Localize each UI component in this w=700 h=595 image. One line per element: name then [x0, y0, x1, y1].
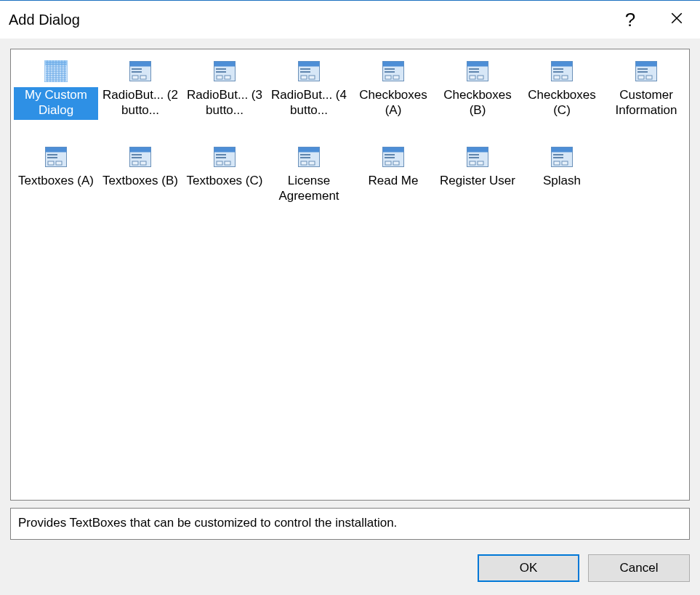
dialog-item-icon	[463, 58, 492, 84]
svg-rect-46	[469, 71, 479, 73]
svg-rect-52	[553, 71, 563, 73]
svg-rect-82	[300, 157, 310, 158]
dialog-icon	[129, 147, 151, 167]
svg-rect-80	[299, 147, 320, 153]
dialog-list-item[interactable]: Splash	[520, 139, 604, 221]
dialog-item-label: Register User	[438, 173, 518, 188]
dialog-icon	[214, 61, 236, 81]
dialog-item-label: Read Me	[366, 173, 421, 188]
svg-rect-45	[469, 68, 479, 70]
svg-rect-81	[300, 154, 310, 155]
dialog-item-label: Textboxes (B)	[100, 173, 180, 188]
svg-rect-87	[385, 154, 395, 155]
dialog-item-label: Checkboxes (C)	[520, 87, 604, 118]
svg-rect-58	[637, 71, 648, 73]
dialog-icon	[298, 61, 320, 81]
dialog-list-item[interactable]: Read Me	[351, 139, 435, 221]
dialog-item-icon	[41, 144, 71, 170]
dialog-icon	[467, 147, 488, 167]
svg-rect-44	[467, 62, 488, 67]
dialog-list-item[interactable]: Checkboxes (A)	[351, 54, 435, 135]
dialog-icon	[129, 61, 151, 81]
help-button[interactable]: ?	[607, 1, 653, 39]
add-dialog-window: Add Dialog ?	[0, 0, 700, 595]
dialog-item-label: License Agreement	[267, 173, 351, 204]
svg-rect-39	[385, 68, 395, 70]
svg-rect-59	[638, 76, 644, 79]
dialog-item-label: Textboxes (A)	[16, 173, 96, 188]
svg-rect-62	[46, 147, 67, 153]
svg-rect-100	[553, 157, 563, 158]
dialog-icon	[635, 61, 657, 81]
dialog-item-label: Textboxes (C)	[185, 173, 265, 188]
svg-rect-42	[393, 76, 399, 79]
dialog-list-item[interactable]: RadioBut... (3 butto...	[182, 54, 267, 135]
svg-rect-88	[385, 157, 395, 158]
svg-rect-21	[132, 68, 142, 70]
svg-rect-93	[469, 154, 479, 155]
dialog-item-icon	[126, 58, 155, 84]
dialog-item-label: Checkboxes (A)	[351, 87, 435, 118]
svg-rect-36	[309, 76, 315, 79]
svg-rect-69	[132, 154, 142, 155]
dialog-item-label: RadioBut... (2 butto...	[98, 87, 182, 118]
svg-rect-102	[562, 161, 568, 165]
dialog-item-icon	[41, 58, 71, 84]
dialog-item-icon	[294, 144, 323, 170]
dialog-icon	[382, 147, 404, 167]
svg-rect-65	[48, 161, 54, 165]
dialog-icon	[551, 61, 573, 81]
svg-rect-41	[385, 76, 391, 79]
svg-rect-53	[554, 76, 560, 79]
dialog-list-item[interactable]: Checkboxes (B)	[435, 54, 520, 135]
dialog-item-icon	[379, 58, 408, 84]
svg-rect-33	[300, 68, 310, 70]
svg-rect-60	[646, 76, 652, 79]
dialog-icon	[382, 61, 404, 81]
svg-rect-23	[132, 76, 138, 79]
svg-rect-77	[217, 161, 222, 165]
button-bar: OK Cancel	[10, 547, 690, 585]
dialog-icon	[467, 61, 488, 81]
dialog-item-label: RadioBut... (3 butto...	[182, 87, 267, 118]
dialog-icon	[45, 147, 67, 167]
close-icon	[670, 10, 683, 29]
svg-rect-30	[225, 76, 230, 79]
dialog-item-icon	[379, 144, 408, 170]
dialog-list-item[interactable]: Textboxes (C)	[182, 139, 267, 221]
svg-rect-38	[383, 62, 404, 67]
svg-rect-57	[637, 68, 648, 70]
dialog-list-item[interactable]: Textboxes (B)	[98, 139, 182, 221]
cancel-button[interactable]: Cancel	[588, 554, 690, 582]
svg-rect-75	[216, 154, 226, 155]
svg-rect-70	[132, 157, 142, 158]
svg-rect-51	[553, 68, 563, 70]
svg-rect-96	[478, 161, 483, 165]
dialog-list-item[interactable]: Checkboxes (C)	[520, 54, 604, 135]
dialog-list-item[interactable]: Register User	[435, 139, 520, 221]
svg-rect-48	[478, 76, 483, 79]
svg-rect-64	[47, 157, 57, 158]
dialog-list[interactable]: My Custom Dialog RadioBut... (2 butto...…	[10, 49, 690, 501]
ok-button[interactable]: OK	[478, 554, 579, 582]
svg-rect-72	[140, 161, 146, 165]
dialog-item-icon	[294, 58, 323, 84]
dialog-list-item[interactable]: Customer Information	[604, 54, 688, 135]
dialog-list-item[interactable]: License Agreement	[267, 139, 351, 221]
window-title: Add Dialog	[9, 12, 607, 28]
dialog-item-label: Customer Information	[604, 87, 688, 118]
svg-rect-54	[562, 76, 568, 79]
svg-rect-29	[217, 76, 222, 79]
svg-rect-34	[300, 71, 310, 73]
dialog-list-item[interactable]: RadioBut... (2 butto...	[98, 54, 182, 135]
dialog-list-item[interactable]: RadioBut... (4 butto...	[267, 54, 351, 135]
svg-rect-71	[132, 161, 138, 165]
close-button[interactable]	[653, 1, 700, 39]
svg-rect-47	[470, 76, 475, 79]
svg-rect-50	[552, 62, 573, 67]
dialog-list-item[interactable]: My Custom Dialog	[14, 54, 98, 135]
description-pane: Provides TextBoxes that can be customize…	[10, 508, 690, 540]
svg-rect-35	[301, 76, 307, 79]
dialog-list-item[interactable]: Textboxes (A)	[14, 139, 98, 221]
svg-rect-32	[299, 62, 320, 67]
